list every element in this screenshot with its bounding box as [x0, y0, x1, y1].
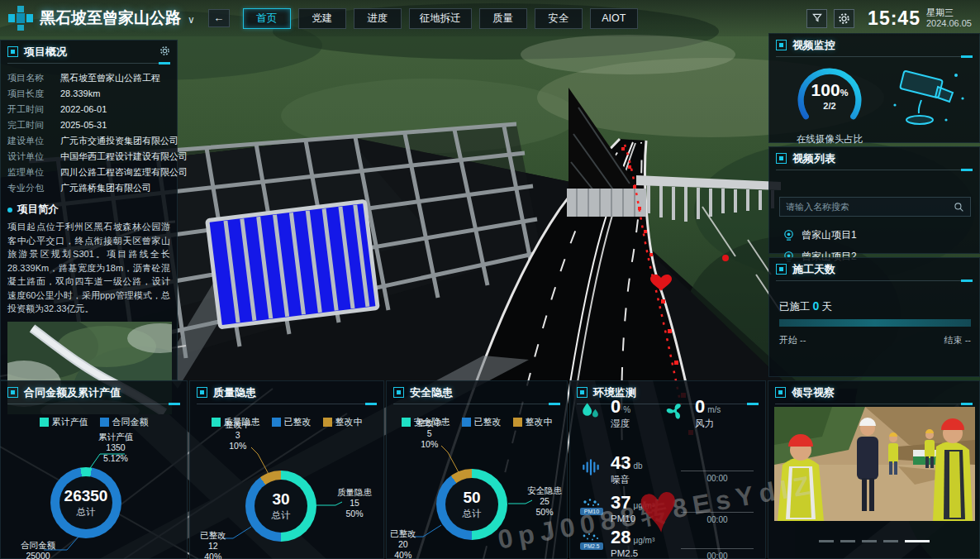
tab-land-requisition[interactable]: 征地拆迁 [409, 8, 472, 29]
callout-contract: 合同金额2500094.88% [21, 540, 55, 559]
field-row: 完工时间2025-05-31 [7, 117, 170, 133]
project-overview-panel: 项目概况 项目名称黑石坡至曾家山公路工程 项目长度28.339km 开工时间20… [0, 40, 178, 380]
field-row: 专业分包广元路桥集团有限公司 [7, 180, 170, 196]
panel-title: 项目概况 [24, 45, 67, 60]
chart-legend: 质量隐患 已整改 整改中 [190, 416, 383, 428]
camera-online-gauge: 100% 2/2 在线摄像头占比 [784, 60, 875, 130]
panel-title: 视频监控 [792, 38, 835, 53]
chart-legend: 累计产值 合同金额 [1, 416, 187, 428]
overview-fields: 项目名称黑石坡至曾家山公路工程 项目长度28.339km 开工时间2022-06… [1, 64, 177, 198]
end-label: 结束 -- [944, 334, 971, 346]
panel-bracket-icon [393, 387, 404, 398]
filter-button[interactable] [806, 9, 827, 28]
callout-fixed: 已整改1240% [200, 530, 226, 559]
panel-title: 领导视察 [792, 385, 835, 400]
panel-title: 质量隐患 [213, 385, 256, 400]
app-title: 黑石坡至曾家山公路 [40, 7, 181, 29]
safety-hazard-panel: 安全隐患 安全隐患 已整改 整改中 50 总计 整改中510% [386, 380, 568, 559]
carousel-dash[interactable] [883, 540, 898, 542]
clock: 15:45 星期三 2024.06.05 [868, 7, 972, 30]
panel-title: 合同金额及累计产值 [24, 385, 121, 400]
pm10-trend-axis: 00:00 [681, 512, 754, 524]
pm25-trend-axis: 00:00 [681, 548, 754, 559]
svg-text:PM10: PM10 [584, 509, 599, 514]
field-row: 建设单位广元市交通投资集团有限公司 [7, 133, 170, 149]
tab-progress[interactable]: 进度 [354, 8, 402, 29]
quality-hazard-panel: 质量隐患 质量隐患 已整改 整改中 30 总计 整改中310% [189, 380, 384, 559]
panel-title: 安全隐患 [410, 385, 453, 400]
noise-icon [580, 454, 605, 481]
intro-text: 项目起点位于利州区黑石坡森林公园游客中心平交口，终点衔接朝天区曾家山旅游景区规划… [1, 218, 177, 318]
callout-output: 累计产值13505.12% [98, 432, 133, 464]
tab-safety[interactable]: 安全 [535, 8, 583, 29]
panel-bracket-icon [776, 40, 787, 50]
video-list-panel: 视频列表 曾家山项目1 曾家山项目2 [768, 146, 980, 254]
carousel-dash[interactable] [840, 540, 855, 542]
field-row: 监理单位四川公路工程咨询监理有限公司 [7, 165, 170, 180]
app-logo-icon [8, 6, 33, 31]
panel-bracket-icon [7, 387, 18, 398]
days-built-text: 已施工0天 [779, 299, 832, 314]
field-row: 项目长度28.339km [7, 86, 170, 102]
panel-bracket-icon [7, 46, 18, 57]
video-list-item[interactable]: 曾家山项目1 [783, 228, 857, 242]
environment-panel: 环境监测 0%湿度 0m/s风力 [569, 380, 766, 559]
pm10-icon: PM10 [580, 494, 605, 521]
callout-hazard: 质量隐患1550% [337, 487, 372, 519]
filter-icon [811, 12, 823, 24]
webcam-icon [783, 229, 795, 241]
metric-pm25: PM2.5 28μg/m³PM2.5 [580, 528, 654, 558]
gear-icon [838, 12, 850, 25]
construction-days-panel: 施工天数 已施工0天 开始 -- 结束 -- [768, 257, 980, 377]
panel-bracket-icon [197, 387, 207, 398]
metric-pm10: PM10 37μg/m³PM10 [580, 494, 654, 523]
date: 2024.06.05 [926, 18, 972, 29]
search-icon[interactable] [954, 202, 964, 213]
nav-tabs: 首页 党建 进度 征地拆迁 质量 安全 AIOT [243, 8, 638, 29]
carousel-dash[interactable] [862, 540, 877, 542]
callout-fixing: 整改中510% [416, 418, 443, 450]
svg-text:PM2.5: PM2.5 [584, 543, 600, 549]
humidity-icon [580, 398, 605, 425]
callout-fixing: 整改中310% [225, 419, 251, 452]
top-bar: 黑石坡至曾家山公路 ∨ ← 首页 党建 进度 征地拆迁 质量 安全 AIOT 1… [0, 0, 980, 36]
panel-title: 施工天数 [792, 262, 835, 277]
photo-carousel [768, 540, 979, 542]
tab-party-building[interactable]: 党建 [298, 8, 346, 29]
panel-bracket-icon [776, 153, 787, 164]
inspection-photo[interactable] [774, 407, 975, 521]
search-input[interactable] [786, 202, 954, 212]
tab-quality[interactable]: 质量 [479, 8, 527, 29]
chevron-down-icon[interactable]: ∨ [188, 14, 195, 26]
chart-legend: 安全隐患 已整改 整改中 [387, 416, 567, 428]
back-button[interactable]: ← [208, 9, 230, 27]
settings-button[interactable] [834, 9, 854, 28]
time: 15:45 [868, 7, 921, 30]
tab-aiot[interactable]: AIOT [590, 8, 638, 29]
intro-title: 项目简介 [17, 203, 59, 217]
carousel-dash-active[interactable] [905, 540, 930, 542]
metric-wind: 0m/s风力 [664, 398, 721, 430]
cctv-camera-icon [885, 65, 971, 136]
panel-gear-icon[interactable] [159, 45, 170, 59]
field-row: 项目名称黑石坡至曾家山公路工程 [7, 70, 170, 86]
field-row: 开工时间2022-06-01 [7, 102, 170, 117]
callout-fixed: 已整改2040% [390, 528, 416, 559]
days-progress-bar [779, 319, 971, 327]
video-monitor-panel: 视频监控 100% 2/2 在线摄像头占比 [768, 33, 980, 143]
blue-sign-board [207, 201, 378, 327]
contract-output-panel: 合同金额及累计产值 累计产值 合同金额 26350 总计 累计产值13505.1… [0, 380, 188, 559]
bullet-icon [7, 208, 12, 213]
metric-humidity: 0%湿度 [580, 398, 630, 430]
weekday: 星期三 [926, 7, 972, 18]
noise-trend-axis: 00:00 [681, 471, 754, 483]
wind-fan-icon [664, 398, 689, 425]
carousel-dash[interactable] [819, 540, 834, 542]
tab-home[interactable]: 首页 [243, 8, 291, 29]
video-search-box [779, 197, 971, 217]
pm25-icon: PM2.5 [580, 528, 605, 556]
callout-hazard: 安全隐患2550% [527, 485, 562, 518]
leader-visit-panel: 领导视察 [768, 380, 980, 559]
panel-bracket-icon [776, 264, 787, 275]
panel-title: 视频列表 [792, 151, 835, 166]
